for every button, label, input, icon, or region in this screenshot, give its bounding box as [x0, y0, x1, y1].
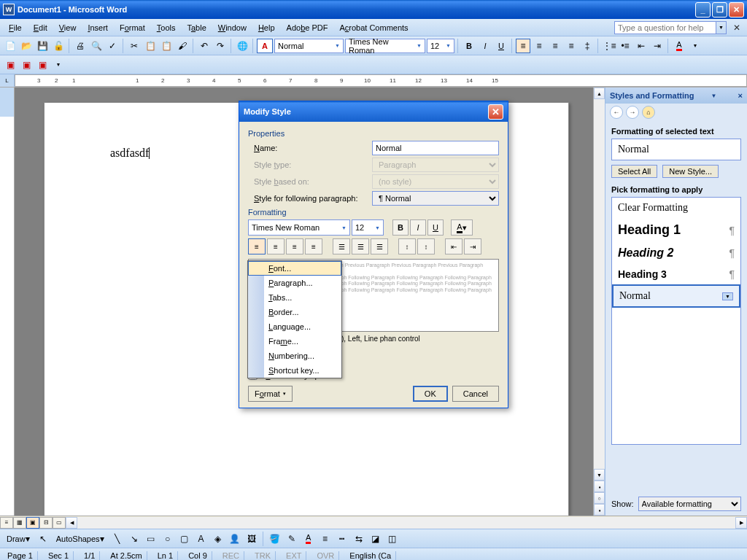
format-menu-tabs[interactable]: Tabs...: [248, 290, 341, 305]
menu-format[interactable]: Format: [114, 21, 151, 34]
arrow-style-icon[interactable]: ⇆: [352, 532, 366, 546]
format-menu-border[interactable]: Border...: [248, 305, 341, 319]
list-item-heading1[interactable]: Heading 1¶: [612, 218, 740, 242]
status-ext[interactable]: EXT: [282, 551, 306, 560]
size-combo[interactable]: 12▼: [427, 39, 454, 53]
scroll-right-icon[interactable]: ▶: [735, 517, 747, 529]
open-icon[interactable]: 📂: [19, 39, 34, 53]
redo-icon[interactable]: ↷: [213, 39, 228, 53]
taskpane-menu-icon[interactable]: ▼: [711, 93, 717, 99]
taskpane-close-icon[interactable]: ×: [738, 91, 743, 100]
show-select[interactable]: Available formatting: [638, 497, 741, 511]
align-justify-icon[interactable]: ≡: [564, 39, 578, 53]
align-center-icon[interactable]: ≡: [532, 39, 546, 53]
name-input[interactable]: [372, 141, 499, 155]
menu-tools[interactable]: Tools: [151, 21, 182, 34]
new-style-button[interactable]: New Style...: [662, 165, 719, 178]
normal-view-icon[interactable]: ≡: [0, 517, 13, 529]
list-item-heading3[interactable]: Heading 3¶: [612, 264, 740, 284]
browse-next-icon[interactable]: ⬧: [594, 504, 605, 516]
scroll-down-icon[interactable]: ▼: [594, 469, 605, 481]
close-button[interactable]: ✕: [729, 2, 744, 18]
line-color-icon[interactable]: ✎: [285, 532, 299, 546]
print-icon[interactable]: 🖨: [73, 39, 88, 53]
menu-acrobat-comments[interactable]: Acrobat Comments: [333, 21, 414, 34]
oval-icon[interactable]: ○: [160, 532, 175, 546]
toolbar-options-icon[interactable]: ▼: [688, 39, 703, 53]
dlg-spacing2-icon[interactable]: ☰: [371, 238, 388, 254]
textbox-icon[interactable]: ▢: [177, 532, 192, 546]
bold-icon[interactable]: B: [462, 39, 476, 53]
dash-style-icon[interactable]: ┅: [335, 532, 349, 546]
menu-adobe-pdf[interactable]: Adobe PDF: [281, 21, 334, 34]
scroll-left-icon[interactable]: ◀: [66, 517, 77, 529]
dlg-font-combo[interactable]: Times New Roman▼: [248, 219, 350, 236]
rectangle-icon[interactable]: ▭: [144, 532, 158, 546]
hyperlink-icon[interactable]: 🌐: [235, 39, 249, 53]
ruler-scale[interactable]: 321 123 456 789 101112 131415: [15, 74, 747, 87]
dlg-align-center-icon[interactable]: ≡: [267, 238, 285, 254]
format-menu-button[interactable]: Format▾: [248, 386, 293, 402]
pdf-review-icon[interactable]: ▣: [35, 58, 50, 72]
menu-window[interactable]: Window: [212, 21, 252, 34]
styles-icon[interactable]: A: [257, 39, 273, 53]
horizontal-scrollbar[interactable]: ◀ ▶: [66, 517, 747, 529]
3d-icon[interactable]: ◫: [385, 532, 400, 546]
menu-edit[interactable]: Edit: [28, 21, 53, 34]
dialog-titlebar[interactable]: Modify Style ✕: [239, 101, 508, 122]
arrow-icon[interactable]: ↘: [127, 532, 142, 546]
reading-view-icon[interactable]: ▭: [53, 517, 66, 529]
wordart-icon[interactable]: A: [194, 532, 209, 546]
list-item-heading2[interactable]: Heading 2¶: [612, 242, 740, 264]
dlg-indent-dec-icon[interactable]: ⇤: [445, 238, 462, 254]
print-view-icon[interactable]: ▣: [26, 517, 39, 529]
print-preview-icon[interactable]: 🔍: [89, 39, 104, 53]
draw-menu[interactable]: Draw ▾: [3, 532, 34, 546]
dlg-size-combo[interactable]: 12▼: [352, 219, 384, 236]
fill-color-icon[interactable]: 🪣: [268, 532, 282, 546]
toolbar-options-icon-2[interactable]: ▼: [51, 58, 66, 72]
cut-icon[interactable]: ✂: [127, 39, 142, 53]
format-menu-frame[interactable]: Frame...: [248, 334, 341, 349]
line-style-icon[interactable]: ≡: [318, 532, 333, 546]
new-icon[interactable]: 📄: [3, 39, 18, 53]
increase-indent-icon[interactable]: ⇥: [650, 39, 665, 53]
web-view-icon[interactable]: ▦: [13, 517, 26, 529]
dlg-bold-icon[interactable]: B: [392, 219, 409, 236]
bullets-icon[interactable]: •≡: [618, 39, 632, 53]
clipart-icon[interactable]: 👤: [228, 532, 242, 546]
nav-forward-icon[interactable]: →: [626, 106, 639, 119]
select-all-button[interactable]: Select All: [611, 165, 657, 178]
dialog-close-button[interactable]: ✕: [488, 104, 503, 120]
dlg-italic-icon[interactable]: I: [410, 219, 426, 236]
style-combo[interactable]: Normal▼: [274, 39, 344, 53]
list-item-normal[interactable]: Normal▼: [612, 284, 740, 308]
font-color-draw-icon[interactable]: A: [301, 532, 316, 546]
format-menu-paragraph[interactable]: Paragraph...: [248, 276, 341, 290]
numbering-icon[interactable]: ⋮≡: [602, 39, 616, 53]
picture-icon[interactable]: 🖼: [244, 532, 259, 546]
align-left-icon[interactable]: ≡: [516, 39, 530, 53]
italic-icon[interactable]: I: [478, 39, 492, 53]
cancel-button[interactable]: Cancel: [452, 386, 499, 402]
menu-file[interactable]: File: [3, 21, 28, 34]
status-ovr[interactable]: OVR: [312, 551, 339, 560]
dlg-font-color-icon[interactable]: A ▾: [451, 219, 473, 236]
browse-select-icon[interactable]: ○: [594, 492, 605, 504]
dlg-space-after-icon[interactable]: ↕: [417, 238, 435, 254]
line-spacing-icon[interactable]: ‡: [580, 39, 595, 53]
status-trk[interactable]: TRK: [250, 551, 276, 560]
status-lang[interactable]: English (Ca: [345, 551, 396, 560]
nav-back-icon[interactable]: ←: [610, 106, 623, 119]
dlg-underline-icon[interactable]: U: [427, 219, 444, 236]
copy-icon[interactable]: 📋: [143, 39, 158, 53]
vertical-scrollbar[interactable]: ▲ ▼ ⬧ ○ ⬧: [593, 88, 605, 516]
dlg-spacing1-icon[interactable]: ☰: [333, 238, 350, 254]
menu-view[interactable]: View: [53, 21, 82, 34]
dlg-spacing15-icon[interactable]: ☰: [352, 238, 369, 254]
dlg-align-left-icon[interactable]: ≡: [248, 238, 266, 254]
outline-view-icon[interactable]: ⊟: [39, 517, 53, 529]
align-right-icon[interactable]: ≡: [548, 39, 562, 53]
format-menu-font[interactable]: Font...: [248, 261, 341, 276]
underline-icon[interactable]: U: [494, 39, 508, 53]
